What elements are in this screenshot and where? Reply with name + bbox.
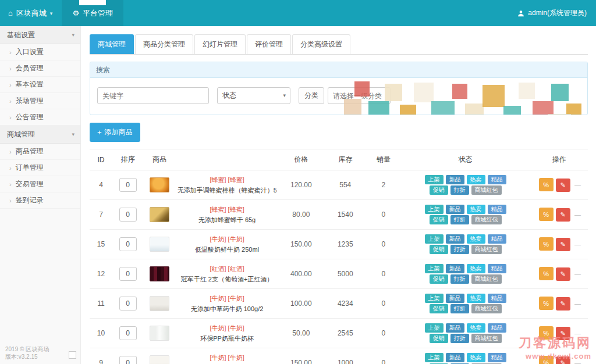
status-badge[interactable]: 打折 [450,334,469,343]
status-badge[interactable]: 新品 [446,205,464,214]
sort-input[interactable] [119,356,137,364]
status-badge[interactable]: 打折 [450,215,469,224]
content-tab[interactable]: 商城管理 [90,34,134,54]
sidebar-item[interactable]: › 公告管理 [0,109,80,126]
status-badge[interactable]: 商城红包 [471,304,502,313]
status-badge[interactable]: 促销 [430,215,448,224]
status-badge[interactable]: 精品 [488,175,506,184]
user-menu[interactable]: admin(系统管理员) [517,0,596,26]
price-edit-button[interactable]: % [539,297,554,310]
content-tab[interactable]: 分类高级设置 [292,34,350,54]
sidebar-item[interactable]: › 订单管理 [0,160,80,176]
edit-button[interactable]: ✎ [556,179,570,192]
status-badge[interactable]: 热卖 [467,294,485,303]
sidebar-item[interactable]: › 交易管理 [0,176,80,192]
status-badge[interactable]: 上架 [425,323,444,333]
sort-input[interactable] [119,326,137,340]
edit-button[interactable]: ✎ [556,356,570,364]
price-edit-button[interactable]: % [539,208,554,221]
status-badge[interactable]: 精品 [488,323,506,333]
status-badge[interactable]: 促销 [430,185,448,195]
content-tab[interactable]: 幻灯片管理 [194,34,246,54]
status-badge[interactable]: 精品 [488,294,506,303]
content-tab[interactable]: 商品分类管理 [135,34,193,54]
status-badge[interactable]: 商城红包 [471,274,502,284]
status-badge[interactable]: 上架 [425,205,444,214]
table-header-cell: 价格 [278,149,324,170]
status-badge[interactable]: 新品 [446,353,464,362]
status-badge[interactable]: 上架 [425,264,444,273]
edit-button[interactable]: ✎ [556,208,570,222]
sidebar-toggle-box[interactable] [69,351,76,359]
more-actions[interactable]: — [574,181,581,188]
more-actions[interactable]: — [574,300,581,307]
more-actions[interactable]: — [574,241,581,248]
category-input[interactable] [328,87,391,104]
more-actions[interactable]: — [574,359,581,364]
status-badge[interactable]: 促销 [430,274,448,284]
price-edit-button[interactable]: % [539,178,554,191]
status-badge[interactable]: 商城红包 [471,185,502,195]
status-badge[interactable]: 上架 [425,353,444,362]
status-badge[interactable]: 新品 [446,294,464,303]
status-badge[interactable]: 热卖 [467,353,485,362]
edit-button[interactable]: ✎ [556,267,570,281]
status-badge[interactable]: 打折 [450,245,469,254]
sidebar-item[interactable]: › 会员管理 [0,60,80,77]
status-select[interactable]: 状态 ▾ [217,87,290,104]
price-edit-button[interactable]: % [539,267,554,280]
sidebar-item[interactable]: › 签到记录 [0,192,80,209]
status-badge[interactable]: 新品 [446,323,464,333]
status-badge[interactable]: 商城红包 [471,245,502,254]
status-badge[interactable]: 商城红包 [471,215,502,224]
status-badge[interactable]: 精品 [488,353,506,362]
price-edit-button[interactable]: % [539,326,554,340]
edit-button[interactable]: ✎ [556,238,570,251]
status-badge[interactable]: 精品 [488,205,506,214]
sidebar-section-header[interactable]: 商城管理 ▾ [0,126,80,144]
main-content: 商城管理 商品分类管理 幻灯片管理 评价管理 分类高级设置 搜索 状态 ▾ 分类 [81,26,596,364]
sidebar-item[interactable]: › 茶场管理 [0,93,80,109]
status-badge[interactable]: 新品 [446,234,464,244]
status-badge[interactable]: 精品 [488,234,506,244]
sort-input[interactable] [119,178,137,192]
status-badge[interactable]: 商城红包 [471,334,502,343]
sort-input[interactable] [119,208,137,222]
status-badge[interactable]: 促销 [430,304,448,313]
sidebar-item[interactable]: › 基本设置 [0,77,80,93]
brand-menu[interactable]: ⌂ 区块商城 ▾ [0,0,62,26]
price-edit-button[interactable]: % [539,237,554,251]
more-actions[interactable]: — [574,330,581,337]
status-badge[interactable]: 促销 [430,245,448,254]
sidebar-section-header[interactable]: 基础设置 ▾ [0,26,80,44]
sidebar-item[interactable]: › 商品管理 [0,144,80,160]
status-badge[interactable]: 热卖 [467,264,485,273]
status-badge[interactable]: 上架 [425,294,444,303]
status-badge[interactable]: 打折 [450,274,469,284]
status-badge[interactable]: 精品 [488,264,506,273]
sort-input[interactable] [119,267,137,281]
status-badge[interactable]: 新品 [446,264,464,273]
status-badge[interactable]: 上架 [425,175,444,184]
status-badge[interactable]: 促销 [430,334,448,343]
status-badge[interactable]: 新品 [446,175,464,184]
add-product-button[interactable]: + 添加商品 [90,123,140,142]
content-tab[interactable]: 评价管理 [247,34,291,54]
more-actions[interactable]: — [574,211,581,218]
status-badge[interactable]: 上架 [425,234,444,244]
more-actions[interactable]: — [574,270,581,277]
status-badge[interactable]: 热卖 [467,175,485,184]
status-badge[interactable]: 热卖 [467,205,485,214]
sort-input[interactable] [119,297,137,311]
keyword-input[interactable] [97,87,209,104]
status-badge[interactable]: 热卖 [467,323,485,333]
status-badge[interactable]: 热卖 [467,234,485,244]
nav-item-platform[interactable]: ⚙ 平台管理 [62,0,123,26]
status-badge[interactable]: 打折 [450,304,469,313]
sidebar-item[interactable]: › 入口设置 [0,44,80,60]
price-edit-button[interactable]: % [539,356,554,364]
edit-button[interactable]: ✎ [556,327,570,340]
status-badge[interactable]: 打折 [450,185,469,195]
edit-button[interactable]: ✎ [556,297,570,311]
sort-input[interactable] [119,237,137,251]
